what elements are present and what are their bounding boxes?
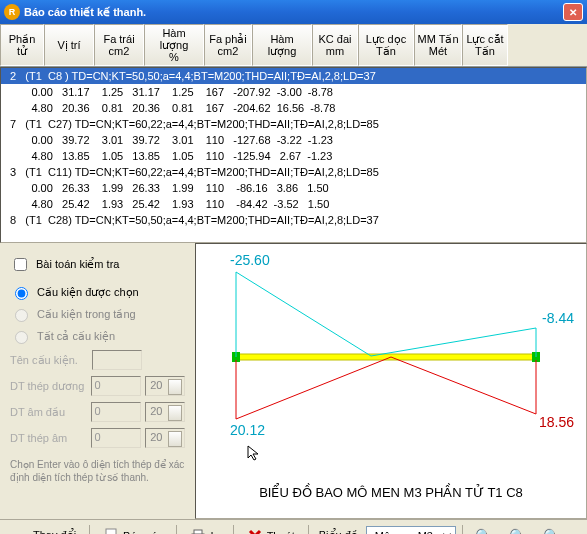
radio-tatca: Tất cả cấu kiện: [10, 328, 185, 344]
table-row[interactable]: 0.00 31.17 1.25 31.17 1.25 167 -207.92 -…: [1, 84, 586, 100]
app-icon: R: [4, 4, 20, 20]
close-button[interactable]: ✕: [563, 3, 583, 21]
data-table[interactable]: 2 (T1 C8 ) TD=CN;KT=50,50;a=4,4;BT=M200;…: [0, 67, 587, 243]
table-row[interactable]: 7 (T1 C27) TD=CN;KT=60,22;a=4,4;BT=M200;…: [1, 116, 586, 132]
toolbar: Thay đổi Báo cáo In Thoát Biểu đồ Mô men…: [0, 519, 587, 534]
combo-bieudo[interactable]: Mô men M3: [366, 526, 456, 534]
header-cell[interactable]: Hàm lượng%: [144, 24, 204, 66]
label-thepam: DT thép âm: [10, 432, 87, 444]
table-row[interactable]: 4.80 25.42 1.93 25.42 1.93 110 -84.42 -3…: [1, 196, 586, 212]
btn-thaydoi[interactable]: Thay đổi: [6, 524, 83, 534]
bottom-envelope: [236, 357, 536, 419]
table-row[interactable]: 4.80 20.36 0.81 20.36 0.81 167 -204.62 1…: [1, 100, 586, 116]
zoom-in-icon: 🔍: [476, 528, 492, 534]
spin-amdau: 20: [145, 402, 185, 422]
report-icon: [103, 528, 119, 534]
table-row[interactable]: 0.00 39.72 3.01 39.72 3.01 110 -127.68 -…: [1, 132, 586, 148]
chart-title: BIỂU ĐỒ BAO MÔ MEN M3 PHẦN TỬ T1 C8: [196, 485, 586, 500]
moment-diagram: [196, 244, 576, 474]
spin-dtduong: 20: [145, 376, 185, 396]
cursor-icon: [246, 444, 264, 462]
spin-thepam: 20: [145, 428, 185, 448]
label-botleft: 20.12: [230, 422, 265, 438]
header-cell[interactable]: Lực cắtTấn: [462, 24, 508, 66]
btn-zoom-out[interactable]: 🔍: [503, 524, 533, 534]
btn-in[interactable]: In: [183, 524, 226, 534]
label-botright: 18.56: [539, 414, 574, 430]
table-header: Phần tửVị tríFa tráicm2Hàm lượng%Fa phải…: [0, 24, 587, 67]
label-amdau: DT âm đầu: [10, 406, 87, 419]
header-cell[interactable]: Lực dọcTấn: [358, 24, 414, 66]
header-cell[interactable]: MM TấnMét: [414, 24, 462, 66]
radio-duocchon[interactable]: Cấu kiện được chọn: [10, 284, 185, 300]
btn-thoat[interactable]: Thoát: [240, 524, 302, 534]
header-cell[interactable]: Phần tử: [0, 24, 44, 66]
print-icon: [190, 528, 206, 534]
label-topleft: -25.60: [230, 252, 270, 268]
svg-rect-2: [106, 529, 116, 534]
header-cell[interactable]: Fa tráicm2: [94, 24, 144, 66]
table-row[interactable]: 2 (T1 C8 ) TD=CN;KT=50,50;a=4,4;BT=M200;…: [1, 68, 586, 84]
btn-baocao[interactable]: Báo cáo: [96, 524, 170, 534]
table-row[interactable]: 3 (T1 C11) TD=CN;KT=60,22;a=4,4;BT=M200;…: [1, 164, 586, 180]
header-cell[interactable]: Fa phảicm2: [204, 24, 252, 66]
table-row[interactable]: 4.80 13.85 1.05 13.85 1.05 110 -125.94 2…: [1, 148, 586, 164]
header-cell[interactable]: Hàm lượng: [252, 24, 312, 66]
input-amdau: 0: [91, 402, 141, 422]
hint-text: Chọn Enter vào ô diện tích thép để xác đ…: [10, 458, 185, 484]
svg-rect-5: [194, 530, 202, 534]
header-cell[interactable]: Vị trí: [44, 24, 94, 66]
header-cell[interactable]: KC đaimm: [312, 24, 358, 66]
label-tencaukien: Tên cấu kiện.: [10, 354, 88, 367]
exit-icon: [247, 528, 263, 534]
check-baitoan[interactable]: Bài toán kiểm tra: [10, 255, 185, 274]
btn-zoom-fit[interactable]: 🔍: [537, 524, 567, 534]
label-bieudo: Biểu đồ: [319, 529, 358, 534]
radio-trongtang: Cấu kiện trong tầng: [10, 306, 185, 322]
table-row[interactable]: 0.00 26.33 1.99 26.33 1.99 110 -86.16 3.…: [1, 180, 586, 196]
zoom-fit-icon: 🔍: [544, 528, 560, 534]
check-baitoan-input[interactable]: [14, 258, 27, 271]
label-topright: -8.44: [542, 310, 574, 326]
btn-zoom-in[interactable]: 🔍: [469, 524, 499, 534]
label-dtduong: DT thép dương: [10, 380, 87, 393]
zoom-out-icon: 🔍: [510, 528, 526, 534]
top-envelope: [236, 272, 536, 356]
input-dtduong: 0: [91, 376, 141, 396]
edit-icon: [13, 528, 29, 534]
input-thepam: 0: [91, 428, 141, 448]
chart-area: -25.60 -8.44 20.12 18.56 BIỂU ĐỒ BAO MÔ …: [195, 243, 587, 519]
table-row[interactable]: 8 (T1 C28) TD=CN;KT=50,50;a=4,4;BT=M200;…: [1, 212, 586, 228]
window-title: Báo cáo thiết kế thanh.: [24, 6, 563, 19]
input-tencaukien: [92, 350, 142, 370]
